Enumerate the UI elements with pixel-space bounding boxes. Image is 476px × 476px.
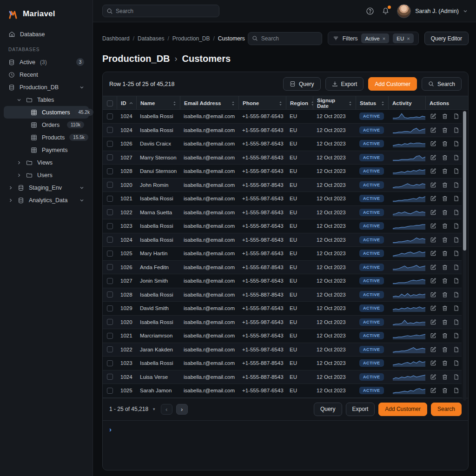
row-checkbox[interactable] bbox=[107, 291, 113, 298]
delete-button[interactable] bbox=[442, 291, 448, 298]
sidebar-item-tables[interactable]: Tables bbox=[4, 93, 89, 106]
delete-button[interactable] bbox=[442, 154, 448, 161]
edit-button[interactable] bbox=[430, 264, 436, 271]
sidebar-item-views[interactable]: Views bbox=[4, 156, 89, 169]
pagination-range[interactable]: 1 - 25 of 45,218 bbox=[109, 406, 148, 412]
delete-button[interactable] bbox=[442, 332, 448, 339]
sort-both-icon[interactable] bbox=[173, 101, 176, 106]
row-checkbox[interactable] bbox=[107, 319, 113, 325]
query-button-bottom[interactable]: Query bbox=[314, 403, 342, 416]
sort-both-icon[interactable] bbox=[279, 101, 282, 106]
edit-button[interactable] bbox=[430, 113, 436, 119]
filter-chip-active[interactable]: Active × bbox=[361, 33, 389, 43]
column-header-signup-date[interactable]: Signup Date bbox=[313, 96, 356, 110]
file-button[interactable] bbox=[453, 127, 459, 133]
sidebar-item-recent[interactable]: Recent bbox=[4, 68, 89, 81]
file-button[interactable] bbox=[453, 278, 459, 284]
edit-button[interactable] bbox=[430, 223, 436, 229]
chevron-right-icon[interactable] bbox=[17, 173, 21, 178]
file-button[interactable] bbox=[453, 319, 459, 325]
delete-button[interactable] bbox=[442, 374, 448, 380]
edit-button[interactable] bbox=[430, 250, 436, 257]
breadcrumb-item[interactable]: Dashboard bbox=[102, 35, 130, 42]
row-checkbox[interactable] bbox=[107, 196, 113, 202]
delete-button[interactable] bbox=[442, 237, 448, 243]
file-button[interactable] bbox=[453, 346, 459, 353]
row-checkbox[interactable] bbox=[107, 113, 113, 119]
delete-button[interactable] bbox=[442, 182, 448, 188]
row-checkbox[interactable] bbox=[107, 374, 113, 380]
file-button[interactable] bbox=[453, 223, 459, 229]
row-checkbox[interactable] bbox=[107, 388, 113, 394]
chevron-down-icon[interactable] bbox=[79, 198, 84, 203]
file-button[interactable] bbox=[453, 168, 459, 174]
edit-button[interactable] bbox=[430, 360, 436, 366]
delete-button[interactable] bbox=[442, 250, 448, 257]
file-button[interactable] bbox=[453, 305, 459, 311]
chevron-down-icon[interactable] bbox=[79, 85, 84, 90]
column-header-region[interactable]: Region bbox=[286, 96, 313, 110]
delete-button[interactable] bbox=[442, 278, 448, 284]
remove-filter-icon[interactable]: × bbox=[407, 36, 410, 41]
edit-button[interactable] bbox=[430, 346, 436, 353]
file-button[interactable] bbox=[453, 182, 459, 188]
remove-filter-icon[interactable]: × bbox=[383, 36, 385, 41]
help-button[interactable] bbox=[366, 7, 374, 15]
expand-console-button[interactable]: › bbox=[109, 425, 112, 433]
edit-button[interactable] bbox=[430, 209, 436, 216]
file-button[interactable] bbox=[453, 195, 459, 202]
delete-button[interactable] bbox=[442, 387, 448, 394]
row-checkbox[interactable] bbox=[107, 141, 113, 147]
edit-button[interactable] bbox=[430, 195, 436, 202]
file-button[interactable] bbox=[453, 387, 459, 394]
search-button-bottom[interactable]: Search bbox=[431, 403, 462, 416]
edit-button[interactable] bbox=[430, 387, 436, 394]
add-customer-button[interactable]: Add Customer bbox=[368, 77, 417, 91]
add-customer-button-bottom[interactable]: Add Customer bbox=[378, 403, 427, 416]
edit-button[interactable] bbox=[430, 182, 436, 188]
sidebar-item-products[interactable]: Products 15.5k bbox=[4, 131, 89, 144]
delete-button[interactable] bbox=[442, 319, 448, 325]
row-checkbox[interactable] bbox=[107, 182, 113, 188]
sort-both-icon[interactable] bbox=[381, 101, 384, 106]
edit-button[interactable] bbox=[430, 319, 436, 325]
global-search-input[interactable] bbox=[102, 5, 219, 17]
delete-button[interactable] bbox=[442, 305, 448, 311]
column-header-phone[interactable]: Phone bbox=[238, 96, 286, 110]
delete-button[interactable] bbox=[442, 209, 448, 216]
edit-button[interactable] bbox=[430, 168, 436, 174]
chevron-down-icon[interactable] bbox=[17, 98, 21, 102]
row-checkbox[interactable] bbox=[107, 278, 113, 284]
column-header-status[interactable]: Status bbox=[356, 96, 388, 110]
row-checkbox[interactable] bbox=[107, 223, 113, 229]
edit-button[interactable] bbox=[430, 332, 436, 339]
row-checkbox[interactable] bbox=[107, 251, 113, 257]
query-button[interactable]: Query bbox=[283, 77, 321, 91]
file-button[interactable] bbox=[453, 332, 459, 339]
column-header-name[interactable]: Name bbox=[136, 96, 180, 110]
chevron-down-icon[interactable]: ▾ bbox=[153, 407, 155, 411]
sidebar-item-orders[interactable]: Orders 110k bbox=[4, 119, 89, 131]
file-button[interactable] bbox=[453, 291, 459, 298]
sidebar-item-analytics-data[interactable]: Analytics_Data bbox=[4, 194, 89, 206]
edit-button[interactable] bbox=[430, 374, 436, 380]
chevron-right-icon[interactable] bbox=[8, 198, 13, 203]
sort-both-icon[interactable] bbox=[349, 101, 352, 106]
delete-button[interactable] bbox=[442, 264, 448, 271]
edit-button[interactable] bbox=[430, 154, 436, 161]
sidebar-item-payments[interactable]: Payments bbox=[4, 144, 89, 156]
row-checkbox[interactable] bbox=[107, 168, 113, 174]
delete-button[interactable] bbox=[442, 127, 448, 133]
edit-button[interactable] bbox=[430, 305, 436, 311]
filter-chip-eu[interactable]: EU × bbox=[393, 33, 413, 43]
breadcrumb-item[interactable]: Production_DB bbox=[172, 35, 210, 42]
row-checkbox[interactable] bbox=[107, 346, 113, 352]
search-button[interactable]: Search bbox=[422, 77, 462, 91]
column-header-email[interactable]: Email Address bbox=[180, 96, 238, 110]
delete-button[interactable] bbox=[442, 346, 448, 353]
delete-button[interactable] bbox=[442, 360, 448, 366]
notifications-button[interactable] bbox=[382, 7, 390, 15]
table-search-input[interactable] bbox=[248, 32, 322, 45]
next-page-button[interactable]: › bbox=[176, 404, 188, 415]
edit-button[interactable] bbox=[430, 278, 436, 284]
